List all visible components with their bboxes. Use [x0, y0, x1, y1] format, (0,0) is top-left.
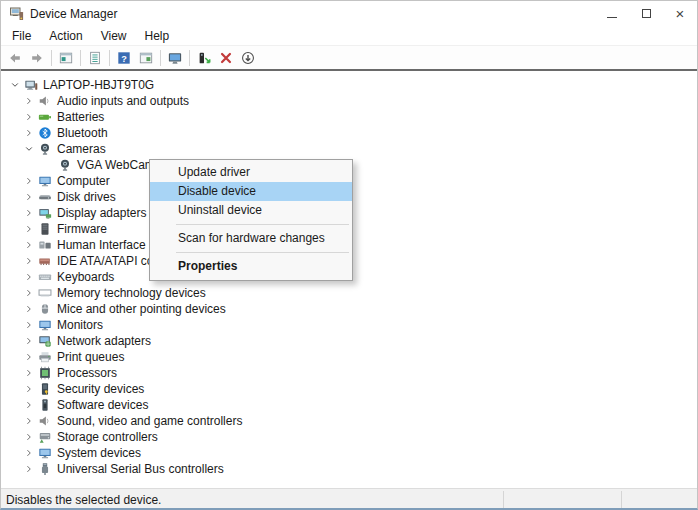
minimize-button[interactable] — [595, 1, 629, 27]
tree-item-label: Mice and other pointing devices — [57, 302, 226, 316]
tree-item-memory-technology-devices[interactable]: Memory technology devices — [1, 285, 697, 301]
tree-item-software-devices[interactable]: Software devices — [1, 397, 697, 413]
context-menu-item-update-driver[interactable]: Update driver — [150, 163, 352, 182]
chevron-right-icon[interactable] — [21, 445, 37, 461]
menu-help[interactable]: Help — [136, 28, 179, 44]
chevron-right-icon[interactable] — [21, 429, 37, 445]
chevron-right-icon[interactable] — [21, 317, 37, 333]
export-list-icon — [87, 50, 103, 66]
chevron-right-icon[interactable] — [21, 205, 37, 221]
device-manager-icon — [9, 6, 25, 22]
tree-item-laptop-hbjt9t0g[interactable]: LAPTOP-HBJT9T0G — [1, 77, 697, 93]
chevron-right-icon[interactable] — [21, 173, 37, 189]
properties-window-icon — [138, 50, 154, 66]
tree-item-audio-inputs-and-outputs[interactable]: Audio inputs and outputs — [1, 93, 697, 109]
tree-item-label: Display adapters — [57, 206, 146, 220]
context-menu-item-properties[interactable]: Properties — [150, 257, 352, 276]
context-menu-item-disable-device[interactable]: Disable device — [150, 182, 352, 201]
menu-action[interactable]: Action — [40, 28, 91, 44]
tree-item-batteries[interactable]: Batteries — [1, 109, 697, 125]
context-menu-item-uninstall-device[interactable]: Uninstall device — [150, 201, 352, 220]
chevron-right-icon[interactable] — [21, 221, 37, 237]
chevron-right-icon[interactable] — [21, 285, 37, 301]
back-arrow-icon — [7, 50, 23, 66]
context-menu-item-scan-for-hardware-changes[interactable]: Scan for hardware changes — [150, 229, 352, 248]
chevron-right-icon[interactable] — [21, 397, 37, 413]
tree-item-processors[interactable]: Processors — [1, 365, 697, 381]
chevron-right-icon[interactable] — [21, 349, 37, 365]
window-title: Device Manager — [30, 7, 117, 21]
toolbar-button-update-driver[interactable] — [193, 47, 215, 68]
minimize-icon — [607, 7, 617, 21]
toolbar-button-uninstall-device[interactable] — [215, 47, 237, 68]
toolbar-separator — [109, 50, 110, 66]
tree-item-cameras[interactable]: Cameras — [1, 141, 697, 157]
chevron-right-icon[interactable] — [21, 189, 37, 205]
tree-item-network-adapters[interactable]: Network adapters — [1, 333, 697, 349]
firmware-icon — [37, 221, 53, 237]
tree-item-label: LAPTOP-HBJT9T0G — [43, 78, 154, 92]
chevron-right-icon[interactable] — [21, 109, 37, 125]
disable-icon — [240, 50, 256, 66]
chevron-right-icon[interactable] — [21, 269, 37, 285]
tree-item-label: Disk drives — [57, 190, 116, 204]
toolbar-button-export-list[interactable] — [84, 47, 106, 68]
toolbar-button-show-console-tree[interactable] — [55, 47, 77, 68]
tree-item-print-queues[interactable]: Print queues — [1, 349, 697, 365]
status-bar: Disables the selected device. — [1, 488, 697, 510]
chevron-right-icon[interactable] — [21, 125, 37, 141]
toolbar-button-back[interactable] — [4, 47, 26, 68]
tree-item-bluetooth[interactable]: Bluetooth — [1, 125, 697, 141]
help-icon: ? — [116, 50, 132, 66]
update-driver-icon — [196, 50, 212, 66]
toolbar-button-disable-device[interactable] — [237, 47, 259, 68]
tree-item-label: Universal Serial Bus controllers — [57, 462, 224, 476]
tree-item-label: Cameras — [57, 142, 106, 156]
tree-item-label: Audio inputs and outputs — [57, 94, 189, 108]
tree-item-security-devices[interactable]: Security devices — [1, 381, 697, 397]
chevron-right-icon[interactable] — [21, 301, 37, 317]
chevron-right-icon[interactable] — [21, 381, 37, 397]
toolbar-button-help-topics[interactable] — [164, 47, 186, 68]
maximize-button[interactable] — [629, 1, 663, 27]
tree-item-label: Monitors — [57, 318, 103, 332]
tree-item-label: Security devices — [57, 382, 144, 396]
tree-item-label: Batteries — [57, 110, 104, 124]
chevron-right-icon[interactable] — [21, 333, 37, 349]
menu-view[interactable]: View — [92, 28, 136, 44]
toolbar-button-properties[interactable] — [135, 47, 157, 68]
mouse-icon — [37, 301, 53, 317]
maximize-icon — [642, 7, 651, 21]
tree-item-mice-and-other-pointing-devices[interactable]: Mice and other pointing devices — [1, 301, 697, 317]
close-button[interactable]: × — [663, 1, 697, 27]
tree-item-universal-serial-bus-controllers[interactable]: Universal Serial Bus controllers — [1, 461, 697, 477]
chevron-right-icon[interactable] — [21, 253, 37, 269]
chevron-right-icon[interactable] — [21, 93, 37, 109]
menu-file[interactable]: File — [3, 28, 40, 44]
tree-item-sound-video-and-game-controllers[interactable]: Sound, video and game controllers — [1, 413, 697, 429]
speaker-icon — [37, 93, 53, 109]
chevron-down-icon[interactable] — [21, 141, 37, 157]
toolbar-button-forward[interactable] — [26, 47, 48, 68]
webcam-icon — [57, 157, 73, 173]
memory-icon — [37, 285, 53, 301]
chevron-right-icon[interactable] — [21, 413, 37, 429]
toolbar-separator — [160, 50, 161, 66]
processor-icon — [37, 365, 53, 381]
tree-item-label: System devices — [57, 446, 141, 460]
tree-item-storage-controllers[interactable]: Storage controllers — [1, 429, 697, 445]
computer-icon — [23, 77, 39, 93]
chevron-right-icon[interactable] — [21, 461, 37, 477]
toolbar-button-help[interactable]: ? — [113, 47, 135, 68]
chevron-right-icon[interactable] — [21, 365, 37, 381]
printer-icon — [37, 349, 53, 365]
monitor-blue-icon — [37, 317, 53, 333]
chevron-right-icon[interactable] — [21, 237, 37, 253]
tree-item-system-devices[interactable]: System devices — [1, 445, 697, 461]
tree-item-monitors[interactable]: Monitors — [1, 317, 697, 333]
tree-item-label: VGA WebCam — [77, 158, 155, 172]
display-adapter-icon — [37, 205, 53, 221]
monitor-blue-icon — [37, 445, 53, 461]
chevron-down-icon[interactable] — [7, 77, 23, 93]
tree-item-label: Memory technology devices — [57, 286, 206, 300]
